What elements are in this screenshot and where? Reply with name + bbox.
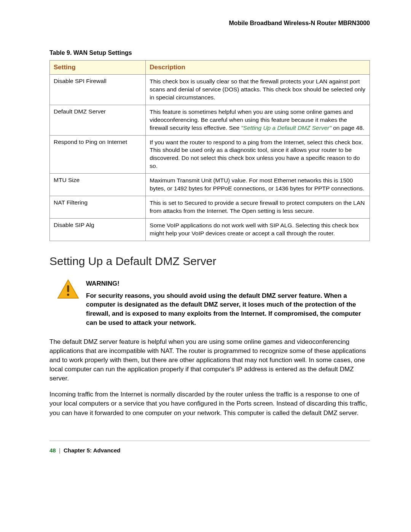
- page-number: 48: [49, 447, 56, 454]
- svg-point-2: [67, 294, 69, 296]
- col-header-setting: Setting: [50, 61, 146, 75]
- svg-rect-1: [67, 285, 69, 292]
- description-cell: This check box is usually clear so that …: [146, 75, 370, 105]
- table-row: Disable SIP Alg Some VoIP applications d…: [50, 218, 370, 241]
- setting-cell: NAT Filtering: [50, 196, 146, 219]
- footer-separator: |: [59, 447, 62, 454]
- running-header: Mobile Broadband Wireless-N Router MBRN3…: [49, 20, 370, 27]
- document-page: Mobile Broadband Wireless-N Router MBRN3…: [0, 0, 411, 469]
- cross-reference-link[interactable]: "Setting Up a Default DMZ Server": [241, 125, 331, 131]
- setting-cell: MTU Size: [50, 174, 146, 196]
- body-paragraph: Incoming traffic from the Internet is no…: [49, 390, 370, 417]
- table-header-row: Setting Description: [50, 61, 370, 75]
- warning-icon: [57, 279, 79, 328]
- col-header-description: Description: [146, 61, 370, 75]
- running-footer: 48 | Chapter 5: Advanced: [49, 447, 370, 454]
- setting-cell: Respond to Ping on Internet: [50, 135, 146, 174]
- setting-cell: Default DMZ Server: [50, 105, 146, 135]
- footer-rule: [49, 441, 370, 441]
- setting-cell: Disable SPI Firewall: [50, 75, 146, 105]
- description-cell: This is set to Secured to provide a secu…: [146, 196, 370, 219]
- description-cell: Maximum Transmit Unit (MTU) value. For m…: [146, 174, 370, 196]
- table-row: NAT Filtering This is set to Secured to …: [50, 196, 370, 219]
- table-row: Respond to Ping on Internet If you want …: [50, 135, 370, 174]
- table-row: Disable SPI Firewall This check box is u…: [50, 75, 370, 105]
- body-paragraph: The default DMZ server feature is helpfu…: [49, 337, 370, 383]
- description-cell: If you want the router to respond to a p…: [146, 135, 370, 174]
- table-caption: Table 9. WAN Setup Settings: [49, 50, 370, 56]
- warning-label: WARNING!: [86, 279, 370, 288]
- chapter-label: Chapter 5: Advanced: [64, 447, 120, 454]
- desc-text: on page 48.: [331, 125, 364, 131]
- warning-body: For security reasons, you should avoid u…: [86, 291, 370, 328]
- warning-block: WARNING! For security reasons, you shoul…: [57, 279, 370, 328]
- table-row: MTU Size Maximum Transmit Unit (MTU) val…: [50, 174, 370, 196]
- warning-text: WARNING! For security reasons, you shoul…: [86, 279, 370, 328]
- description-cell: This feature is sometimes helpful when y…: [146, 105, 370, 135]
- wan-setup-table: Setting Description Disable SPI Firewall…: [49, 60, 370, 241]
- setting-cell: Disable SIP Alg: [50, 218, 146, 241]
- table-row: Default DMZ Server This feature is somet…: [50, 105, 370, 135]
- description-cell: Some VoIP applications do not work well …: [146, 218, 370, 241]
- section-heading: Setting Up a Default DMZ Server: [49, 255, 370, 268]
